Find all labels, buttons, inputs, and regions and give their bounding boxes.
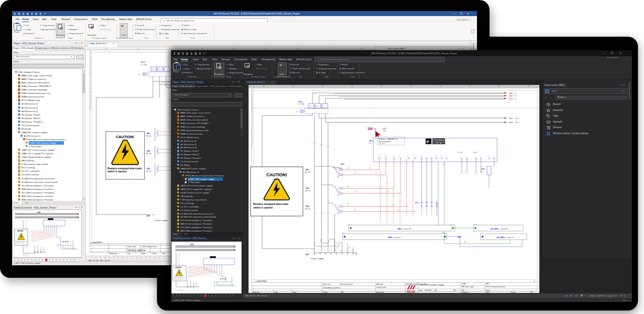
svg-text:ESS_Sample_Project: ESS_Sample_Project (340, 283, 353, 285)
svg-text:Grinding machine: Grinding machine (323, 286, 341, 289)
svg-text:/1.4: /1.4 (369, 143, 371, 145)
svg-text:1.6: 1.6 (355, 208, 357, 209)
svg-text:+A2-WE1.1: +A2-WE1.1 (472, 224, 478, 225)
svg-text:Date: Date (127, 253, 131, 255)
svg-text:Protected by copyright. Passin: Protected by copyright. Passing on as we… (89, 50, 91, 111)
svg-text:+A2-WE1: +A2-WE1 (490, 228, 499, 230)
svg-text:5: 5 (325, 144, 326, 146)
svg-text:main switch is opened: main switch is opened (174, 278, 183, 279)
svg-text:9A | 5 A: 9A | 5 A (305, 190, 310, 192)
svg-text:EPL: EPL (453, 289, 456, 291)
svg-text:1.6: 1.6 (349, 246, 351, 247)
svg-text:-FC1: -FC1 (298, 100, 303, 103)
svg-text:Name: Name (141, 253, 145, 255)
svg-text:360: 360 (530, 291, 533, 293)
svg-text:-FC1: -FC1 (140, 61, 145, 63)
svg-text:Ed.: Ed. (435, 289, 437, 291)
svg-text:/ 1.6: / 1.6 (513, 98, 517, 100)
svg-text:1.6: 1.6 (348, 166, 350, 167)
svg-text:Project name: Project name (127, 246, 136, 248)
svg-text:Page: Page (486, 291, 490, 293)
svg-text:6: 6 (341, 250, 342, 252)
svg-text:ESS_Sample_Project: ESS_Sample_Project (142, 246, 157, 248)
svg-text:-: - (465, 155, 466, 157)
svg-text:22: 22 (435, 155, 437, 157)
svg-text:-XD5: -XD5 (37, 212, 41, 214)
svg-text:+: + (460, 155, 461, 157)
svg-text:Modification: Modification (109, 253, 117, 255)
svg-text:16A: 16A (374, 128, 376, 130)
svg-text:-1L1: -1L1 (509, 118, 512, 120)
svg-text:Remains energized when: Remains energized when (16, 241, 26, 242)
svg-text:switch is opened: switch is opened (253, 206, 273, 209)
svg-text:EPL: EPL (341, 291, 344, 293)
svg-text:CAUTION!: CAUTION! (267, 172, 287, 177)
svg-text:23: 23 (440, 155, 442, 157)
svg-text:AB number: AB number (376, 283, 383, 285)
svg-text:Grinding machine: Grinding machine (127, 249, 145, 252)
svg-text:-2L2: -2L2 (509, 95, 512, 97)
svg-text:In = 32A: In = 32A (140, 64, 147, 66)
svg-text:12: 12 (414, 155, 415, 157)
svg-text:9A | 5 A: 9A | 5 A (305, 171, 310, 173)
svg-text:11: 11 (407, 155, 409, 157)
svg-text:N: N (399, 155, 400, 157)
svg-text:Creator: Creator (151, 253, 156, 255)
svg-text:WE2.2: WE2.2 (442, 232, 445, 233)
svg-text:Name: Name (293, 291, 297, 293)
svg-text:-TA1: -TA1 (146, 132, 150, 135)
svg-text:-2L3: -2L3 (509, 98, 512, 100)
svg-text:176 from: 176 from (510, 291, 516, 293)
svg-text:-TA3: -TA3 (146, 167, 150, 170)
svg-text:T>: T> (138, 74, 140, 76)
svg-text:-TA2: -TA2 (305, 187, 309, 189)
svg-text:Power supply: Power supply (155, 219, 168, 222)
svg-text:-XD1: -XD1 (146, 215, 151, 217)
svg-text:WE1.2: WE1.2 (450, 224, 453, 225)
svg-text:-TA1: -TA1 (305, 169, 309, 171)
svg-text:+: + (493, 155, 494, 157)
svg-text:1: 1 (313, 250, 314, 252)
svg-text:-PF1: -PF1 (369, 140, 373, 142)
svg-text:Power supply: Power supply (178, 289, 185, 290)
svg-text:CONTACT: CONTACT (433, 142, 445, 144)
svg-text:1.6: 1.6 (355, 171, 357, 172)
svg-text:-XD5: -XD5 (340, 163, 344, 165)
svg-text:1.6: 1.6 (355, 190, 357, 191)
svg-text:/ 1.6: / 1.6 (513, 92, 517, 94)
svg-text:Approved by: Approved by (376, 291, 384, 293)
svg-text:L3: L3 (392, 155, 394, 157)
svg-text:Date: Date (419, 289, 422, 291)
svg-text:1: 1 (311, 140, 312, 142)
svg-text:Power supply: Power supply (23, 254, 30, 255)
svg-text:switch is opened: switch is opened (107, 170, 126, 173)
svg-text:Electrical engineering schemat: Electrical engineering schematic (486, 286, 506, 288)
svg-text:/1.4: /1.4 (481, 171, 484, 173)
svg-text:+A2-WE2: +A2-WE2 (496, 236, 505, 239)
svg-text:PHOENIX: PHOENIX (433, 139, 445, 141)
svg-text:-PC2: -PC2 (415, 202, 419, 204)
svg-text:/ +A/1.4: / +A/1.4 (514, 118, 520, 120)
svg-text:WE2.1: WE2.1 (342, 232, 345, 233)
svg-text:L2: L2 (384, 155, 386, 157)
svg-text:+A2: +A2 (462, 289, 464, 291)
svg-text:CAUTION: CAUTION (175, 267, 181, 269)
svg-text:-XD5: -XD5 (190, 244, 194, 246)
svg-text:Protected by copyright. Passin: Protected by copyright. Passing on as we… (251, 88, 253, 149)
svg-text:Modification: Modification (253, 291, 260, 293)
svg-text:9A / 5 A: 9A / 5 A (146, 170, 151, 172)
svg-text:WE1.1: WE1.1 (348, 224, 351, 225)
svg-text:13: 13 (420, 155, 422, 157)
svg-text:-PF1: -PF1 (481, 168, 485, 170)
svg-text:Page 1: Page 1 (486, 289, 491, 291)
svg-text:Power supply: Power supply (311, 257, 324, 260)
svg-text:T>: T> (296, 111, 298, 113)
svg-text:+: + (474, 155, 475, 157)
svg-text:BATO: BATO (486, 283, 490, 285)
svg-text:= Busbar N: = Busbar N (506, 237, 513, 239)
svg-text:-TA2: -TA2 (146, 150, 150, 152)
svg-text:EPLAN: EPLAN (407, 290, 415, 293)
svg-text:3: 3 (324, 250, 325, 252)
svg-text:5: 5 (335, 250, 336, 252)
svg-text:9A / 5 A: 9A / 5 A (146, 153, 151, 155)
